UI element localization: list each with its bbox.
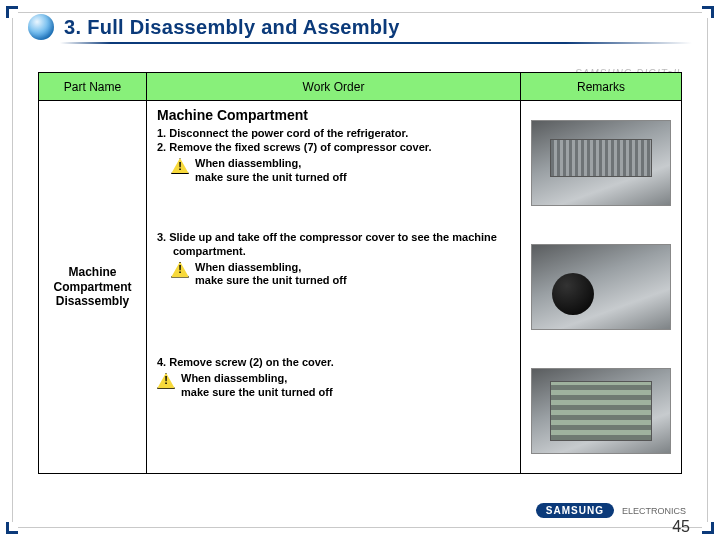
- cell-work-order: Machine Compartment 1. Disconnect the po…: [147, 101, 521, 473]
- work-section-3: 4. Remove screw (2) on the cover. When d…: [147, 349, 520, 473]
- section-title: Machine Compartment: [157, 107, 510, 125]
- corner-decoration: [702, 6, 714, 18]
- caution-text: When diassembling,make sure the unit tur…: [181, 372, 333, 400]
- bullet-sphere-icon: [28, 14, 54, 40]
- cell-part-name: Machine Compartment Disassembly: [39, 101, 147, 473]
- caution-row: When diassembling,make sure the unit tur…: [157, 372, 510, 400]
- caution-row: When diassembling,make sure the unit tur…: [157, 157, 510, 185]
- brand-logo: SAMSUNG: [536, 503, 614, 518]
- work-section-2: 3. Slide up and take off the compressor …: [147, 225, 520, 349]
- remarks-image-2: [521, 225, 681, 349]
- frame-edge: [707, 18, 708, 522]
- brand-sub: ELECTRONICS: [622, 506, 686, 516]
- warning-icon: [157, 373, 175, 389]
- corner-decoration: [702, 522, 714, 534]
- page-number: 45: [672, 518, 690, 536]
- table-header: Part Name Work Order Remarks: [39, 73, 681, 101]
- work-section-1: Machine Compartment 1. Disconnect the po…: [147, 101, 520, 225]
- caution-text: When diassembling,make sure the unit tur…: [195, 261, 347, 289]
- frame-edge: [18, 527, 702, 528]
- part-name-text: Machine Compartment Disassembly: [43, 265, 142, 308]
- slide-title: 3. Full Disassembly and Assembly: [64, 16, 400, 39]
- frame-edge: [18, 12, 702, 13]
- col-part-name: Part Name: [39, 73, 147, 100]
- table-body: Machine Compartment Disassembly Machine …: [39, 101, 681, 473]
- corner-decoration: [6, 522, 18, 534]
- corner-decoration: [6, 6, 18, 18]
- col-work-order: Work Order: [147, 73, 521, 100]
- remarks-image-1: [521, 101, 681, 225]
- photo-machine-compartment: [531, 244, 671, 330]
- caution-text: When diassembling,make sure the unit tur…: [195, 157, 347, 185]
- warning-icon: [171, 262, 189, 278]
- cell-remarks: [521, 101, 681, 473]
- caution-row: When diassembling,make sure the unit tur…: [157, 261, 510, 289]
- step-text: 1. Disconnect the power cord of the refr…: [157, 127, 510, 141]
- photo-cover-screw: [531, 368, 671, 454]
- brand-footer: SAMSUNG ELECTRONICS: [536, 503, 686, 518]
- step-text: 3. Slide up and take off the compressor …: [157, 231, 510, 259]
- warning-icon: [171, 158, 189, 174]
- slide-frame: 3. Full Disassembly and Assembly SAMSUNG…: [0, 0, 720, 540]
- photo-compressor-cover: [531, 120, 671, 206]
- step-text: 4. Remove screw (2) on the cover.: [157, 356, 510, 370]
- col-remarks: Remarks: [521, 73, 681, 100]
- step-text: 2. Remove the fixed screws (7) of compre…: [157, 141, 510, 155]
- slide-header: 3. Full Disassembly and Assembly: [28, 14, 692, 40]
- remarks-image-3: [521, 349, 681, 473]
- frame-edge: [12, 18, 13, 522]
- disassembly-table: Part Name Work Order Remarks Machine Com…: [38, 72, 682, 474]
- title-underline: [60, 42, 692, 44]
